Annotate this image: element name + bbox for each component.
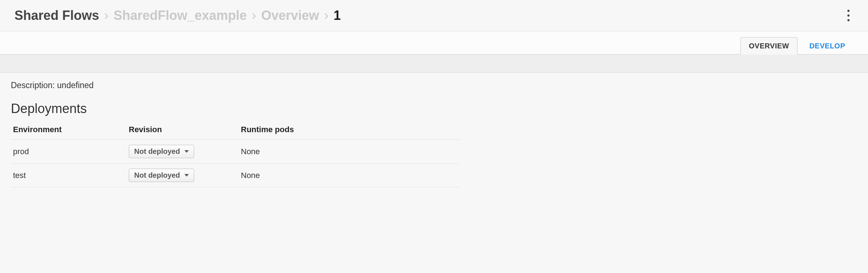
breadcrumb-separator-icon: › [324,8,328,23]
breadcrumb-overview[interactable]: Overview [261,8,319,23]
col-header-environment: Environment [11,121,127,140]
revision-dropdown-label: Not deployed [134,171,180,179]
cell-environment: prod [11,140,127,164]
revision-dropdown[interactable]: Not deployed [129,145,194,158]
col-header-runtime-pods: Runtime pods [239,121,459,140]
deployments-heading: Deployments [11,101,857,116]
breadcrumb-sharedflow[interactable]: SharedFlow_example [114,8,247,23]
cell-runtime-pods: None [239,164,459,187]
tab-overview[interactable]: OVERVIEW [740,37,797,55]
table-header-row: Environment Revision Runtime pods [11,121,459,140]
kebab-menu-icon[interactable] [843,8,854,23]
breadcrumb-separator-icon: › [252,8,256,23]
tab-develop[interactable]: DEVELOP [801,37,854,55]
breadcrumb: Shared Flows › SharedFlow_example › Over… [14,8,341,23]
chevron-down-icon [184,174,189,177]
tab-bar: OVERVIEW DEVELOP [0,31,868,55]
description-label: Description: [11,81,55,90]
table-row: prod Not deployed None [11,140,459,164]
breadcrumb-root[interactable]: Shared Flows [14,8,99,23]
description-line: Description: undefined [11,81,857,90]
col-header-revision: Revision [127,121,239,140]
deployments-table: Environment Revision Runtime pods prod N… [11,121,459,187]
description-value: undefined [57,81,94,90]
revision-dropdown-label: Not deployed [134,147,180,156]
table-row: test Not deployed None [11,164,459,187]
cell-runtime-pods: None [239,140,459,164]
breadcrumb-current: 1 [333,8,341,23]
breadcrumb-separator-icon: › [104,8,109,23]
chevron-down-icon [184,150,189,153]
page-header: Shared Flows › SharedFlow_example › Over… [0,0,868,31]
content-area: Description: undefined Deployments Envir… [0,73,868,195]
grey-banner [0,55,868,73]
revision-dropdown[interactable]: Not deployed [129,169,194,182]
cell-environment: test [11,164,127,187]
